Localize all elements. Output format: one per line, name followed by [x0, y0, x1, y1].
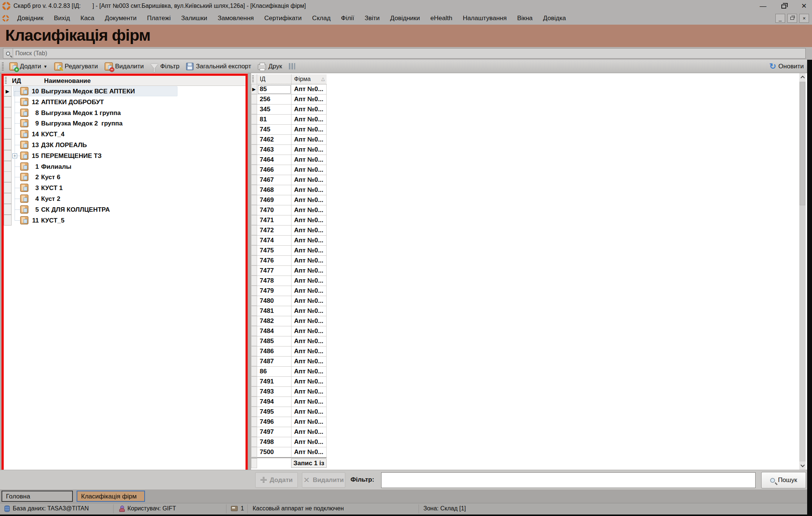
- grid-cell-firm[interactable]: Апт №0...: [291, 236, 327, 246]
- grid-row[interactable]: 86Апт №0...: [251, 367, 327, 377]
- grid-row[interactable]: 7481Апт №0...: [251, 306, 327, 316]
- grid-cell-id[interactable]: 7497: [257, 427, 291, 437]
- grid-cell-firm[interactable]: Апт №0...: [291, 135, 327, 145]
- grid-row[interactable]: 7496Апт №0...: [251, 417, 327, 427]
- grid-row[interactable]: 7468Апт №0...: [251, 185, 327, 195]
- tree-row[interactable]: 5СК ДЛЯ КОЛЛЦЕНТРА: [4, 204, 246, 215]
- grid-col-firm[interactable]: Фірма△: [291, 74, 327, 84]
- grid-cell-id[interactable]: 345: [257, 105, 291, 115]
- restore-icon[interactable]: [781, 4, 786, 9]
- grid-add-button[interactable]: Додати: [255, 472, 298, 488]
- grid-cell-firm[interactable]: Апт №0...: [291, 397, 327, 407]
- add-button[interactable]: + Додати ▼: [6, 61, 51, 72]
- edit-button[interactable]: ✎ Редагувати: [51, 61, 101, 72]
- tree-col-name[interactable]: Наименование: [44, 77, 91, 85]
- grid-cell-id[interactable]: 7470: [257, 205, 291, 215]
- grid-cell-id[interactable]: 7484: [257, 326, 291, 336]
- grid-cell-firm[interactable]: Апт №0...: [291, 437, 327, 447]
- grid-cell-id[interactable]: 256: [257, 94, 291, 105]
- grid-row[interactable]: 7486Апт №0...: [251, 346, 327, 357]
- scrollbar-thumb[interactable]: [800, 82, 805, 205]
- grid-cell-firm[interactable]: Апт №0...: [291, 336, 327, 346]
- grid-cell-firm[interactable]: Апт №0...: [291, 306, 327, 316]
- grid-cell-firm[interactable]: Апт №0...: [291, 387, 327, 397]
- grid-cell-id[interactable]: 7462: [257, 135, 291, 145]
- grid-cell-id[interactable]: 86: [257, 367, 291, 377]
- grid-cell-id[interactable]: 7468: [257, 185, 291, 195]
- grid-delete-button[interactable]: ✕ Видалити: [302, 472, 345, 488]
- grid-row[interactable]: 7478Апт №0...: [251, 276, 327, 286]
- grid-row[interactable]: 7477Апт №0...: [251, 266, 327, 276]
- grid-cell-id[interactable]: 7481: [257, 306, 291, 316]
- grid-cell-id[interactable]: 7486: [257, 346, 291, 357]
- grid-cell-id[interactable]: 7466: [257, 165, 291, 175]
- grid-row[interactable]: 7472Апт №0...: [251, 226, 327, 236]
- mdi-minimize-icon[interactable]: _: [775, 14, 785, 23]
- tree-row[interactable]: 2Куст 6: [4, 172, 246, 183]
- sort-ascending-icon[interactable]: △: [321, 76, 325, 81]
- grid-cell-id[interactable]: 7493: [257, 387, 291, 397]
- grid-row[interactable]: 7493Апт №0...: [251, 387, 327, 397]
- tab[interactable]: Головна: [1, 491, 73, 502]
- grid-cell-firm[interactable]: Апт №0...: [291, 226, 327, 236]
- tree-row[interactable]: 8Выгрузка Медок 1 группа: [4, 108, 246, 118]
- grid-cell-id[interactable]: 7491: [257, 377, 291, 387]
- grid-cell-id[interactable]: 7475: [257, 246, 291, 256]
- grid-row[interactable]: 7491Апт №0...: [251, 377, 327, 387]
- grid-cell-id[interactable]: 7472: [257, 226, 291, 236]
- grid-cell-firm[interactable]: Апт №0...: [291, 377, 327, 387]
- mdi-restore-icon[interactable]: [787, 14, 797, 23]
- menu-item[interactable]: Склад: [307, 15, 336, 22]
- grid-cell-firm[interactable]: Апт №0...: [291, 165, 327, 175]
- grid-cell-firm[interactable]: Апт №0...: [291, 84, 327, 94]
- menu-item[interactable]: Вікна: [512, 15, 538, 22]
- search-button[interactable]: Пошук: [761, 472, 806, 488]
- mdi-close-icon[interactable]: ×: [799, 14, 809, 23]
- grid-cell-firm[interactable]: Апт №0...: [291, 367, 327, 377]
- grid-row[interactable]: 7479Апт №0...: [251, 286, 327, 296]
- menu-item[interactable]: Довідники: [385, 15, 425, 22]
- grid-cell-firm[interactable]: Апт №0...: [291, 447, 327, 457]
- grid-cell-firm[interactable]: Апт №0...: [291, 326, 327, 336]
- grid-cell-id[interactable]: 85: [257, 84, 291, 94]
- grid-cell-firm[interactable]: Апт №0...: [291, 427, 327, 437]
- grid-row[interactable]: 7487Апт №0...: [251, 357, 327, 367]
- grid-cell-id[interactable]: 7474: [257, 236, 291, 246]
- add-dropdown-icon[interactable]: ▼: [43, 64, 47, 69]
- grid-cell-firm[interactable]: Апт №0...: [291, 357, 327, 367]
- grid-cell-id[interactable]: 7482: [257, 316, 291, 326]
- grid-cell-firm[interactable]: Апт №0...: [291, 175, 327, 185]
- grid-cell-id[interactable]: 7495: [257, 407, 291, 417]
- grid-cell-firm[interactable]: Апт №0...: [291, 105, 327, 115]
- grid-cell-id[interactable]: 7478: [257, 276, 291, 286]
- grid-cell-firm[interactable]: Апт №0...: [291, 246, 327, 256]
- grid-cell-firm[interactable]: Апт №0...: [291, 316, 327, 326]
- menu-item[interactable]: Замовлення: [212, 15, 259, 22]
- refresh-button[interactable]: ↻ Оновити: [769, 60, 804, 73]
- grid-cell-id[interactable]: 7469: [257, 195, 291, 205]
- grid-row[interactable]: 7495Апт №0...: [251, 407, 327, 417]
- grid-row[interactable]: 7484Апт №0...: [251, 326, 327, 336]
- grid-cell-id[interactable]: 7500: [257, 447, 291, 457]
- tab-active[interactable]: Класифікація фірм: [77, 491, 145, 502]
- grid-row[interactable]: 7485Апт №0...: [251, 336, 327, 346]
- tree-row[interactable]: 1Филиалы: [4, 161, 246, 172]
- grid-row[interactable]: 7482Апт №0...: [251, 316, 327, 326]
- tree-row[interactable]: +15ПЕРЕМЕЩЕНИЕ ТЗ: [4, 150, 246, 161]
- grid-cell-firm[interactable]: Апт №0...: [291, 256, 327, 266]
- menu-item[interactable]: Каса: [75, 15, 99, 22]
- menu-item[interactable]: Платежі: [142, 15, 176, 22]
- scroll-down-icon[interactable]: [799, 461, 806, 470]
- grid-cell-firm[interactable]: Апт №0...: [291, 417, 327, 427]
- vertical-scrollbar[interactable]: [799, 73, 806, 470]
- tree-row[interactable]: 11КУСТ_5: [4, 215, 246, 226]
- filter-button[interactable]: Фільтр: [147, 61, 183, 72]
- grid-cell-firm[interactable]: Апт №0...: [291, 407, 327, 417]
- tree-row[interactable]: 12АПТЕКИ ДОБРОБУТ: [4, 97, 246, 108]
- menu-item[interactable]: Філії: [336, 15, 359, 22]
- menu-item[interactable]: eHealth: [425, 15, 458, 22]
- grid-row[interactable]: 7464Апт №0...: [251, 155, 327, 165]
- grid-row[interactable]: 7480Апт №0...: [251, 296, 327, 306]
- grid-cell-firm[interactable]: Апт №0...: [291, 185, 327, 195]
- tree-row[interactable]: 4Куст 2: [4, 193, 246, 204]
